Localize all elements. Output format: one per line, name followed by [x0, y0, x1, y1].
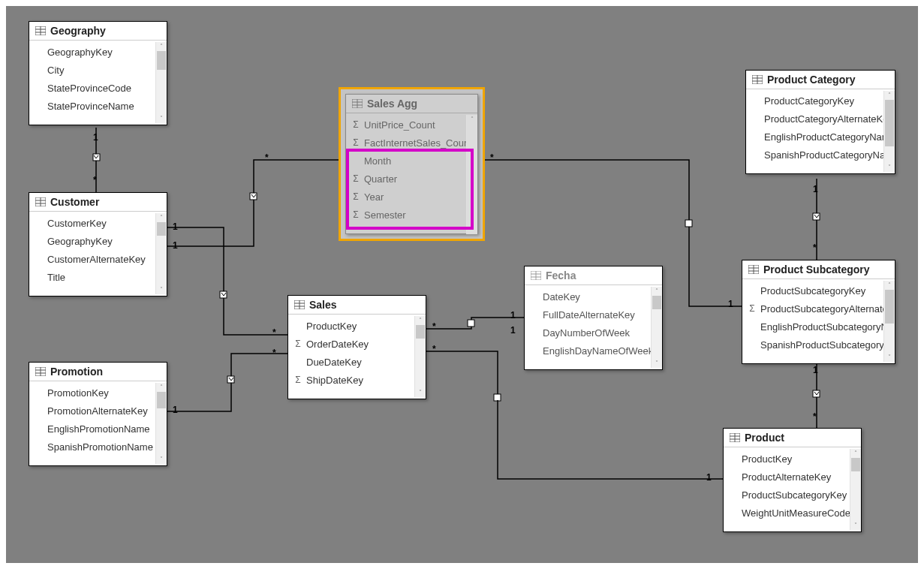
scrollbar[interactable]: ˄ ˅ [414, 316, 426, 397]
table-sales-agg[interactable]: Sales Agg ΣUnitPrice_Count ΣFactInternet… [345, 94, 478, 234]
scroll-up-icon[interactable]: ˄ [156, 383, 167, 392]
field-row[interactable]: ProductKey [288, 317, 426, 335]
scroll-up-icon[interactable]: ˄ [467, 115, 477, 124]
scrollbar[interactable]: ˄ ˅ [883, 91, 895, 172]
field-row[interactable]: Month [346, 152, 477, 170]
svg-rect-5 [468, 320, 474, 327]
scroll-down-icon[interactable]: ˅ [467, 225, 477, 234]
table-header[interactable]: Product Subcategory [742, 260, 895, 279]
field-row[interactable]: ProductSubcategoryKey [724, 486, 861, 504]
scrollbar[interactable]: ˄ ˅ [155, 383, 167, 464]
scroll-up-icon[interactable]: ˄ [884, 91, 895, 100]
field-row[interactable]: ΣSemester [346, 206, 477, 224]
scroll-up-icon[interactable]: ˄ [156, 213, 167, 222]
field-row[interactable]: DueDateKey [288, 353, 426, 371]
field-row[interactable]: DateKey [525, 288, 662, 306]
scroll-down-icon[interactable]: ˅ [850, 521, 861, 530]
field-row[interactable]: DayNumberOfWeek [525, 324, 662, 342]
table-header[interactable]: Customer [29, 193, 167, 212]
field-row[interactable]: ΣYear [346, 188, 477, 206]
field-row[interactable]: StateProvinceCode [29, 79, 167, 97]
field-row[interactable]: ΣOrderDateKey [288, 335, 426, 353]
field-row[interactable]: ΣProductSubcategoryAlternateKey [742, 300, 895, 318]
scroll-thumb[interactable] [885, 100, 894, 146]
scroll-thumb[interactable] [157, 392, 166, 408]
scroll-up-icon[interactable]: ˄ [652, 287, 662, 296]
field-row[interactable]: EnglishProductSubcategoryName [742, 318, 895, 336]
field-row[interactable]: ΣQuarter [346, 170, 477, 188]
scrollbar[interactable]: ˄ ˅ [155, 42, 167, 123]
scrollbar[interactable]: ˄ ˅ [466, 115, 477, 234]
table-header[interactable]: Promotion [29, 363, 167, 381]
scroll-up-icon[interactable]: ˄ [884, 281, 895, 290]
field-row[interactable]: ΣUnitPrice_Count [346, 116, 477, 134]
table-header[interactable]: Sales [288, 296, 426, 315]
field-row[interactable]: GeographyKey [29, 43, 167, 61]
table-product-subcategory[interactable]: Product Subcategory ProductSubcategoryKe… [742, 260, 895, 364]
table-header[interactable]: Product [724, 429, 861, 447]
field-row[interactable]: EnglishProductCategoryName [746, 128, 895, 146]
scroll-down-icon[interactable]: ˅ [156, 285, 167, 294]
field-row[interactable]: ΣFactInternetSales_Count [346, 134, 477, 152]
table-geography[interactable]: Geography GeographyKey City StateProvinc… [29, 21, 167, 125]
table-header[interactable]: Product Category [746, 71, 895, 89]
field-row[interactable]: SpanishPromotionName [29, 438, 167, 456]
table-header[interactable]: Fecha [525, 266, 662, 285]
table-fecha[interactable]: Fecha DateKey FullDateAlternateKey DayNu… [524, 266, 663, 370]
scroll-thumb[interactable] [157, 51, 166, 70]
field-row[interactable]: ΣShipDateKey [288, 371, 426, 389]
field-row[interactable]: GeographyKey [29, 232, 167, 250]
field-row[interactable]: ProductSubcategoryKey [742, 281, 895, 300]
scroll-down-icon[interactable]: ˅ [156, 114, 167, 123]
field-row[interactable]: ProductKey [724, 450, 861, 468]
model-canvas[interactable]: 1 * 1 1 * * * 1 * * * 1 1 1 1 1 * 1 * Ge… [0, 0, 924, 569]
scrollbar[interactable]: ˄ ˅ [850, 449, 861, 530]
scroll-up-icon[interactable]: ˄ [156, 42, 167, 51]
table-header[interactable]: Geography [29, 22, 167, 41]
scroll-down-icon[interactable]: ˅ [415, 388, 426, 397]
field-row[interactable]: ProductCategoryKey [746, 92, 895, 110]
table-title: Sales Agg [367, 98, 417, 110]
field-row[interactable]: City [29, 61, 167, 79]
sigma-icon: Σ [351, 209, 361, 220]
table-customer[interactable]: Customer CustomerKey GeographyKey Custom… [29, 192, 167, 297]
field-row[interactable]: PromotionAlternateKey [29, 402, 167, 420]
field-row[interactable]: CustomerAlternateKey [29, 250, 167, 268]
table-product[interactable]: Product ProductKey ProductAlternateKey P… [723, 428, 862, 532]
cardinality-star: * [93, 175, 97, 185]
table-promotion[interactable]: Promotion PromotionKey PromotionAlternat… [29, 362, 167, 466]
scroll-thumb[interactable] [416, 325, 425, 339]
scrollbar[interactable]: ˄ ˅ [883, 281, 895, 362]
scroll-down-icon[interactable]: ˅ [884, 163, 895, 172]
field-row[interactable]: ProductCategoryAlternateKey [746, 110, 895, 128]
scroll-down-icon[interactable]: ˅ [652, 359, 662, 368]
table-header[interactable]: Sales Agg [346, 95, 477, 113]
field-row[interactable]: SpanishProductSubcategoryName [742, 336, 895, 354]
field-row[interactable]: FullDateAlternateKey [525, 306, 662, 324]
table-sales[interactable]: Sales ProductKey ΣOrderDateKey DueDateKe… [287, 295, 426, 399]
scroll-up-icon[interactable]: ˄ [850, 449, 861, 458]
scroll-thumb[interactable] [851, 458, 860, 471]
field-row[interactable]: WeightUnitMeasureCode [724, 504, 861, 522]
field-row[interactable]: EnglishPromotionName [29, 420, 167, 438]
scrollbar[interactable]: ˄ ˅ [155, 213, 167, 294]
field-row[interactable]: CustomerKey [29, 214, 167, 232]
scrollbar[interactable]: ˄ ˅ [651, 287, 662, 368]
scroll-thumb[interactable] [652, 296, 661, 309]
table-icon [35, 197, 46, 206]
field-row[interactable]: PromotionKey [29, 384, 167, 402]
scroll-thumb[interactable] [885, 290, 894, 324]
scroll-thumb[interactable] [157, 222, 166, 236]
cardinality-1: 1 [728, 299, 733, 309]
cardinality-star: * [432, 344, 436, 354]
field-row[interactable]: Title [29, 268, 167, 286]
field-row[interactable]: StateProvinceName [29, 97, 167, 115]
field-row[interactable]: ProductAlternateKey [724, 468, 861, 486]
field-row[interactable]: SpanishProductCategoryName [746, 146, 895, 164]
field-row[interactable]: EnglishDayNameOfWeek [525, 342, 662, 360]
scroll-down-icon[interactable]: ˅ [156, 455, 167, 464]
scroll-up-icon[interactable]: ˄ [415, 316, 426, 325]
scroll-down-icon[interactable]: ˅ [884, 353, 895, 362]
table-product-category[interactable]: Product Category ProductCategoryKey Prod… [745, 70, 895, 174]
sigma-icon: Σ [351, 137, 361, 148]
